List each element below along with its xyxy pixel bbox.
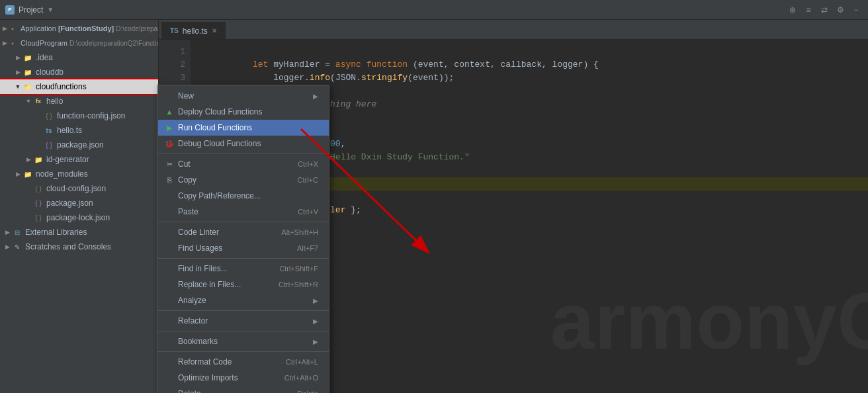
- arrow-idea: ▶: [13, 54, 22, 61]
- new-submenu-arrow: ▶: [313, 93, 318, 100]
- sidebar-item-cloudfunctions[interactable]: ▼ 📁 cloudfunctions: [0, 79, 158, 94]
- menu-code-linter-label: Code Linter: [178, 228, 271, 237]
- paste-shortcut: Ctrl+V: [298, 208, 318, 216]
- arrow-application: ▶: [3, 25, 7, 32]
- separator-3: [158, 258, 329, 259]
- gear-btn[interactable]: ⚙: [834, 3, 847, 17]
- project-toolbar: ⊕ ≡ ⇄ ⚙ −: [786, 3, 863, 17]
- menu-deploy-label: Deploy Cloud Functions: [178, 107, 318, 116]
- align-btn[interactable]: ≡: [802, 3, 815, 17]
- sidebar-item-package-cloud[interactable]: ▶ { } package.json: [0, 196, 158, 210]
- menu-paste-label: Paste: [178, 207, 287, 216]
- menu-item-delete[interactable]: Delete... Delete: [158, 386, 329, 393]
- sidebar-item-ext-libraries[interactable]: ▶ ⊟ External Libraries: [0, 225, 158, 240]
- menu-item-reformat[interactable]: Reformat Code Ctrl+Alt+L: [158, 354, 329, 370]
- file-icon-hello-ts: ts: [44, 125, 54, 136]
- tab-close-btn[interactable]: ✕: [212, 27, 217, 34]
- menu-optimize-imports-label: Optimize Imports: [178, 373, 274, 382]
- editor-tabs: TS hello.ts ✕: [159, 20, 868, 40]
- folder-icon-id-generator: 📁: [33, 154, 44, 165]
- sidebar-item-scratches[interactable]: ▶ ✎ Scratches and Consoles: [0, 240, 158, 254]
- menu-item-code-linter[interactable]: Code Linter Alt+Shift+H: [158, 224, 329, 240]
- sidebar-item-package-lock[interactable]: ▶ { } package-lock.json: [0, 210, 158, 225]
- menu-item-paste[interactable]: Paste Ctrl+V: [158, 204, 329, 220]
- ln-1: 1: [159, 45, 191, 58]
- hello-label: hello: [46, 97, 63, 106]
- function-config-label: function-config.json: [57, 111, 125, 120]
- main-layout: ▶ ▪ Application [FunctionStudy] D:\code\…: [0, 20, 868, 393]
- menu-item-cut[interactable]: ✂ Cut Ctrl+X: [158, 156, 329, 172]
- run-icon: ▶: [163, 124, 175, 132]
- menu-item-replace-in-files[interactable]: Replace in Files... Ctrl+Shift+R: [158, 277, 329, 292]
- sidebar-item-idea[interactable]: ▶ 📁 .idea: [0, 50, 158, 65]
- menu-item-copy[interactable]: ⎘ Copy Ctrl+C: [158, 172, 329, 188]
- hello-ts-label: hello.ts: [57, 126, 82, 135]
- file-icon-package-cloud: { }: [33, 198, 44, 208]
- ln-2: 2: [159, 58, 191, 71]
- menu-replace-in-files-label: Replace in Files...: [178, 280, 268, 289]
- file-icon-package-lock: { }: [33, 212, 44, 223]
- package-hello-label: package.json: [57, 140, 104, 150]
- sidebar-tree: ▶ ▪ Application [FunctionStudy] D:\code\…: [0, 20, 158, 393]
- menu-refactor-label: Refactor: [178, 316, 310, 326]
- sidebar-item-hello-ts[interactable]: ▶ ts hello.ts: [0, 123, 158, 138]
- folder-icon-node-modules: 📁: [22, 169, 33, 179]
- sidebar-item-application[interactable]: ▶ ▪ Application [FunctionStudy] D:\code\…: [0, 21, 158, 36]
- code-line-3: [201, 71, 868, 85]
- sidebar-item-clouddb[interactable]: ▶ 📁 clouddb: [0, 65, 158, 79]
- sidebar: ▶ ▪ Application [FunctionStudy] D:\code\…: [0, 20, 159, 393]
- menu-reformat-label: Reformat Code: [178, 357, 275, 367]
- sidebar-item-function-config[interactable]: ▶ { } function-config.json: [0, 109, 158, 123]
- fx-icon-hello: fx: [33, 96, 44, 107]
- menu-item-run[interactable]: ▶ Run Cloud Functions: [158, 120, 329, 136]
- globe-btn[interactable]: ⊕: [786, 3, 799, 17]
- project-icon: P: [5, 5, 15, 15]
- tab-hello-ts[interactable]: TS hello.ts ✕: [161, 22, 226, 39]
- title-bar: P Project ▼ ⊕ ≡ ⇄ ⚙ −: [0, 0, 868, 20]
- context-menu: New ▶ ▲ Deploy Cloud Functions ▶ Run Clo…: [157, 85, 329, 393]
- node-modules-label: node_modules: [36, 169, 88, 179]
- sidebar-item-cloudprogram[interactable]: ▶ ▪ CloudProgram D:\code\preparationQ2\F…: [0, 36, 158, 50]
- code-linter-shortcut: Alt+Shift+H: [281, 228, 318, 236]
- arrow-node-modules: ▶: [13, 171, 22, 177]
- menu-item-optimize-imports[interactable]: Optimize Imports Ctrl+Alt+O: [158, 370, 329, 386]
- cloud-config-label: cloud-config.json: [46, 184, 106, 193]
- module-icon-cloudprogram: ▪: [7, 38, 18, 48]
- optimize-imports-shortcut: Ctrl+Alt+O: [284, 374, 318, 382]
- arrow-scratches: ▶: [3, 243, 12, 250]
- module-icon-application: ▪: [7, 23, 18, 34]
- menu-item-find-usages[interactable]: Find Usages Alt+F7: [158, 240, 329, 256]
- id-generator-label: id-generator: [46, 155, 89, 164]
- find-in-files-shortcut: Ctrl+Shift+F: [279, 265, 318, 273]
- watermark: armonyC: [550, 275, 868, 367]
- menu-item-refactor[interactable]: Refactor ▶: [158, 313, 329, 329]
- menu-cut-label: Cut: [178, 159, 287, 169]
- app-label: Application [FunctionStudy] D:\code\prep…: [21, 24, 158, 32]
- file-icon-function-config: { }: [44, 110, 54, 121]
- menu-item-bookmarks[interactable]: Bookmarks ▶: [158, 333, 329, 349]
- separator-5: [158, 331, 329, 331]
- menu-item-deploy[interactable]: ▲ Deploy Cloud Functions: [158, 104, 329, 120]
- menu-item-new[interactable]: New ▶: [158, 88, 329, 104]
- menu-item-copy-path[interactable]: Copy Path/Reference...: [158, 188, 329, 204]
- refactor-submenu-arrow: ▶: [313, 318, 318, 325]
- copy-shortcut: Ctrl+C: [298, 176, 318, 184]
- sidebar-item-node-modules[interactable]: ▶ 📁 node_modules: [0, 167, 158, 181]
- scratches-label: Scratches and Consoles: [25, 242, 111, 251]
- menu-bookmarks-label: Bookmarks: [178, 337, 310, 346]
- sidebar-item-cloud-config[interactable]: ▶ { } cloud-config.json: [0, 181, 158, 196]
- project-dropdown-arrow[interactable]: ▼: [47, 6, 54, 13]
- ext-lib-icon: ⊟: [12, 227, 22, 238]
- split-btn[interactable]: ⇄: [818, 3, 831, 17]
- folder-icon-cloudfunctions: 📁: [22, 81, 33, 92]
- sidebar-item-package-hello[interactable]: ▶ { } package.json: [0, 138, 158, 152]
- menu-item-analyze[interactable]: Analyze ▶: [158, 292, 329, 308]
- menu-item-find-in-files[interactable]: Find in Files... Ctrl+Shift+F: [158, 261, 329, 277]
- arrow-clouddb: ▶: [13, 69, 22, 75]
- menu-copy-path-label: Copy Path/Reference...: [178, 191, 318, 200]
- minimize-btn[interactable]: −: [849, 3, 863, 17]
- code-line-1: let myHandler = async function (event, c…: [201, 45, 868, 58]
- sidebar-item-hello[interactable]: ▼ fx hello: [0, 94, 158, 109]
- sidebar-item-id-generator[interactable]: ▶ 📁 id-generator: [0, 152, 158, 167]
- menu-item-debug[interactable]: 🐞 Debug Cloud Functions: [158, 136, 329, 152]
